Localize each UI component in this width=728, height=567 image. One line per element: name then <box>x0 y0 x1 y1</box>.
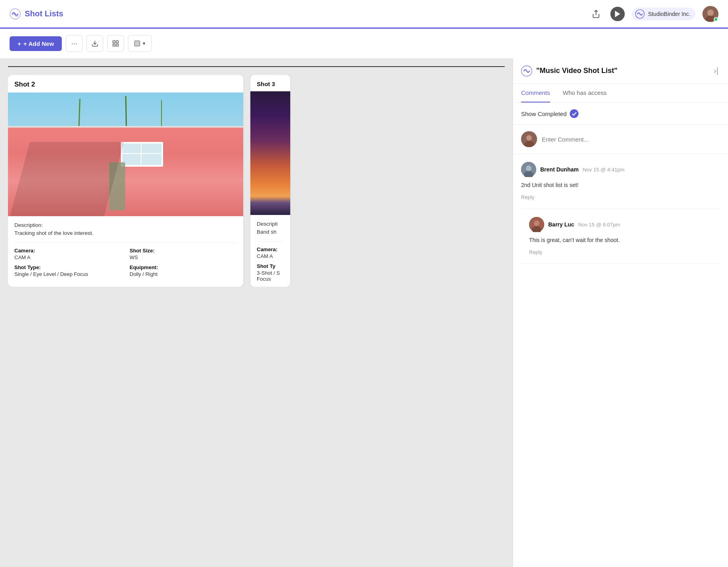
panel-logo-icon <box>521 65 532 77</box>
shot-2-description: Description: Tracking shot of the love i… <box>14 221 237 238</box>
download-icon-button[interactable] <box>87 35 103 52</box>
checkmark-icon <box>572 111 577 116</box>
svg-rect-10 <box>134 41 140 46</box>
shot-3-image <box>250 91 290 215</box>
comment-input-row <box>513 125 728 154</box>
svg-rect-7 <box>116 41 118 43</box>
comment-input[interactable] <box>542 136 720 143</box>
shot-2-details: Description: Tracking shot of the love i… <box>8 216 243 282</box>
brent-time: Nov 15 @ 4:41pm <box>582 167 624 173</box>
comment-brent-meta: Brent Dunham Nov 15 @ 4:41pm <box>521 162 720 177</box>
layout-dropdown-button[interactable]: ▼ <box>128 35 152 52</box>
nav-left: Shot Lists <box>10 8 63 20</box>
brand-name: StudioBinder Inc. <box>648 11 691 17</box>
svg-point-4 <box>707 10 714 16</box>
svg-rect-8 <box>113 44 115 46</box>
brand-logo-icon <box>635 9 645 19</box>
add-new-button[interactable]: + + Add New <box>10 36 62 51</box>
nav-title: Shot Lists <box>25 9 63 18</box>
collapse-panel-button[interactable]: ›| <box>712 65 720 77</box>
show-completed-toggle[interactable] <box>570 109 578 118</box>
brent-reply-button[interactable]: Reply <box>521 194 534 200</box>
svg-point-13 <box>526 135 532 141</box>
brent-text: 2nd Unit shot list is set! <box>521 181 720 189</box>
toolbar: + + Add New ··· ▼ <box>0 29 728 58</box>
shot-2-image <box>8 93 243 216</box>
shot-divider <box>8 66 505 67</box>
grid-icon <box>112 40 119 47</box>
svg-marker-1 <box>615 10 620 17</box>
shot-3-meta: Camera: CAM A Shot Ty 3-Shot / SFocus <box>257 241 284 282</box>
plus-icon: + <box>18 40 21 47</box>
shot-3-camera: Camera: CAM A <box>257 246 277 259</box>
shot-2-meta: Camera: CAM A Shot Size: WS Shot Type: S… <box>14 242 237 277</box>
share-button[interactable] <box>589 7 603 21</box>
barry-time: Nov 15 @ 6:07pm <box>578 222 620 228</box>
panel-title: "Music Video Shot List" <box>536 67 618 75</box>
right-panel: "Music Video Shot List" ›| Comments Who … <box>513 58 728 567</box>
comments-list: Brent Dunham Nov 15 @ 4:41pm 2nd Unit sh… <box>513 154 728 567</box>
top-nav: Shot Lists StudioBinder Inc. <box>0 0 728 29</box>
shot-3-description: Descripti Band sh <box>257 220 284 236</box>
studiobinder-logo-icon <box>10 8 21 20</box>
shot-3-details: Descripti Band sh Camera: CAM A Shot Ty … <box>250 215 290 287</box>
panel-tabs: Comments Who has access <box>513 84 728 103</box>
shot-2-equipment: Equipment: Dolly / Right <box>130 264 237 277</box>
current-user-avatar <box>521 131 537 147</box>
comment-barry-meta: Barry Luc Nov 15 @ 6:07pm <box>529 217 720 232</box>
svg-point-16 <box>526 165 531 171</box>
user-avatar[interactable] <box>702 6 718 22</box>
play-button[interactable] <box>610 7 625 21</box>
svg-point-19 <box>534 220 539 226</box>
barry-reply-button[interactable]: Reply <box>529 249 542 255</box>
barry-name: Barry Luc <box>548 221 574 228</box>
brent-avatar <box>521 162 536 177</box>
show-completed-label: Show Completed <box>521 110 567 117</box>
shot-2-header: Shot 2 <box>8 75 243 93</box>
panel-header: "Music Video Shot List" ›| <box>513 58 728 84</box>
svg-rect-9 <box>116 44 118 46</box>
shot-card-2: Shot 2 <box>8 75 243 287</box>
brand-pill[interactable]: StudioBinder Inc. <box>632 8 695 20</box>
shot-2-type: Shot Type: Single / Eye Level / Deep Foc… <box>14 264 122 277</box>
svg-rect-6 <box>113 41 115 43</box>
main-layout: Shot 2 <box>0 58 728 567</box>
shot-list-area: Shot 2 <box>0 58 513 567</box>
show-completed-row: Show Completed <box>513 103 728 125</box>
nav-right: StudioBinder Inc. <box>589 6 718 22</box>
layout-icon <box>134 40 140 47</box>
barry-avatar <box>529 217 544 232</box>
shot-2-size: Shot Size: WS <box>130 248 237 260</box>
share-icon <box>592 10 600 18</box>
add-new-label: + Add New <box>24 40 54 47</box>
dropdown-arrow-icon: ▼ <box>142 41 146 46</box>
panel-title-row: "Music Video Shot List" <box>521 65 618 77</box>
shot-3-header: Shot 3 <box>250 75 290 91</box>
brent-name: Brent Dunham <box>540 166 578 173</box>
online-indicator <box>714 17 718 22</box>
download-icon <box>91 40 98 47</box>
shot-card-3: Shot 3 Descripti Band sh Camera: CAM A <box>250 75 290 287</box>
barry-text: This is great, can't wait for the shoot. <box>529 236 720 244</box>
shots-row: Shot 2 <box>8 75 505 287</box>
play-icon <box>613 10 622 18</box>
tab-who-has-access[interactable]: Who has access <box>563 84 607 102</box>
more-options-button[interactable]: ··· <box>66 35 83 52</box>
grid-view-button[interactable] <box>107 35 124 52</box>
tab-comments[interactable]: Comments <box>521 84 550 102</box>
more-icon: ··· <box>71 39 77 48</box>
shot-3-type: Shot Ty 3-Shot / SFocus <box>257 263 285 282</box>
comment-barry: Barry Luc Nov 15 @ 6:07pm This is great,… <box>521 209 720 264</box>
comment-brent: Brent Dunham Nov 15 @ 4:41pm 2nd Unit sh… <box>521 154 720 209</box>
shot-2-camera: Camera: CAM A <box>14 248 122 260</box>
